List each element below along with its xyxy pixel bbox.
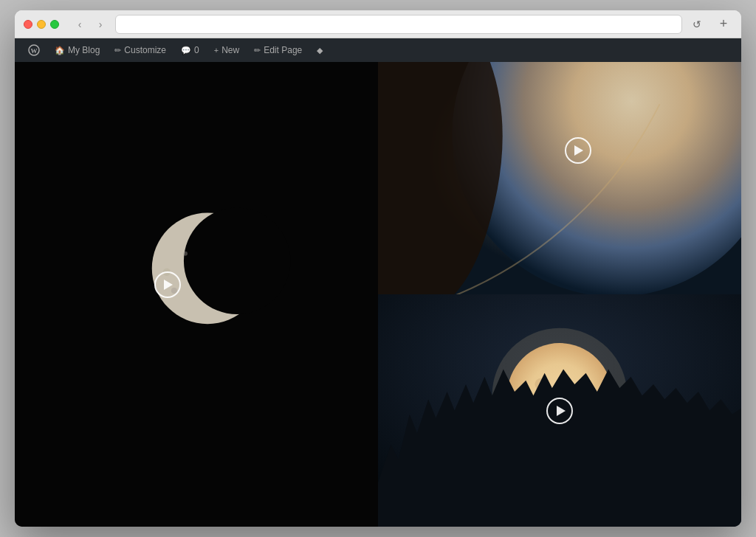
video-panel-3[interactable] <box>378 294 741 527</box>
my-blog-label: My Blog <box>68 45 100 55</box>
minimize-button[interactable] <box>37 20 46 29</box>
plus-icon: + <box>214 46 219 55</box>
comments-item[interactable]: 💬 0 <box>173 38 207 62</box>
new-item[interactable]: + New <box>207 38 247 62</box>
close-button[interactable] <box>24 20 32 29</box>
comment-icon: 💬 <box>181 46 191 55</box>
title-bar: ‹ › ↺ + <box>15 10 741 38</box>
edit-pencil-icon: ✏ <box>254 46 261 55</box>
traffic-lights <box>24 20 59 29</box>
comments-label: 0 <box>194 45 199 55</box>
wordpress-icon: W <box>28 44 40 56</box>
wp-logo-item[interactable]: W <box>21 38 47 62</box>
svg-text:W: W <box>31 47 38 55</box>
seo-item[interactable]: ◆ <box>309 38 330 62</box>
video-panel-1[interactable] <box>15 62 378 527</box>
moon-closeup-svg <box>378 62 741 294</box>
video-panel-2[interactable] <box>378 62 741 294</box>
nav-buttons: ‹ › <box>71 15 109 33</box>
new-tab-button[interactable]: + <box>715 15 732 33</box>
play-button-2[interactable] <box>565 137 591 164</box>
customize-label: Customize <box>124 45 166 55</box>
crescent-moon-svg <box>15 62 378 527</box>
back-button[interactable]: ‹ <box>71 15 89 33</box>
play-button-3[interactable] <box>546 398 573 424</box>
diamond-icon: ◆ <box>317 46 323 55</box>
forward-button[interactable]: › <box>92 15 109 33</box>
customize-item[interactable]: ✏ Customize <box>107 38 173 62</box>
reload-button[interactable]: ↺ <box>688 15 706 33</box>
my-blog-item[interactable]: 🏠 My Blog <box>47 38 107 62</box>
wp-admin-bar: W 🏠 My Blog ✏ Customize 💬 0 + New ✏ Edit… <box>15 38 741 62</box>
play-button-1[interactable] <box>154 271 181 298</box>
address-bar[interactable] <box>115 15 682 34</box>
edit-page-label: Edit Page <box>264 45 302 55</box>
maximize-button[interactable] <box>50 20 59 29</box>
edit-page-item[interactable]: ✏ Edit Page <box>247 38 309 62</box>
pencil-icon: ✏ <box>114 46 121 55</box>
svg-point-6 <box>183 252 188 256</box>
my-blog-icon: 🏠 <box>55 46 65 55</box>
browser-window: ‹ › ↺ + W 🏠 My Blog ✏ Customize 💬 0 + Ne <box>15 10 741 527</box>
svg-point-4 <box>184 208 291 315</box>
content-area <box>15 62 741 527</box>
new-label: New <box>221 45 239 55</box>
